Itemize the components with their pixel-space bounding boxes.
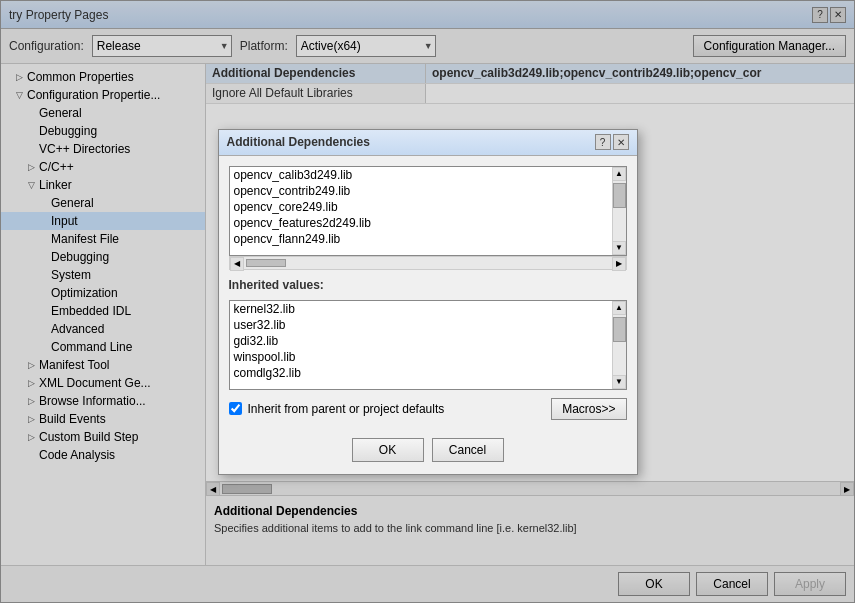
hscroll-thumb[interactable]: [246, 259, 286, 267]
list-item[interactable]: opencv_core249.lib: [230, 199, 612, 215]
list-item[interactable]: opencv_calib3d249.lib: [230, 167, 612, 183]
vsb-thumb[interactable]: [613, 183, 626, 208]
inherit-checkbox[interactable]: [229, 402, 242, 415]
modal-title-bar: Additional Dependencies ? ✕: [219, 130, 637, 156]
modal-content: opencv_calib3d249.lib opencv_contrib249.…: [219, 156, 637, 430]
list-item[interactable]: opencv_flann249.lib: [230, 231, 612, 247]
hscroll-right[interactable]: ▶: [612, 257, 626, 271]
inherit-checkbox-label: Inherit from parent or project defaults: [248, 402, 445, 416]
modal-ok-button[interactable]: OK: [352, 438, 424, 462]
libs-listbox[interactable]: opencv_calib3d249.lib opencv_contrib249.…: [229, 166, 627, 256]
list-item[interactable]: user32.lib: [230, 317, 612, 333]
vsb-thumb[interactable]: [613, 317, 626, 342]
modal-cancel-button[interactable]: Cancel: [432, 438, 504, 462]
modal-title-buttons: ? ✕: [595, 134, 629, 150]
inherited-listbox[interactable]: kernel32.lib user32.lib gdi32.lib winspo…: [229, 300, 627, 390]
vsb-down-arrow[interactable]: ▼: [612, 375, 626, 389]
modal-title: Additional Dependencies: [227, 135, 370, 149]
inherited-vscrollbar[interactable]: ▲ ▼: [612, 301, 626, 389]
inherited-label: Inherited values:: [229, 278, 627, 292]
vsb-down-arrow[interactable]: ▼: [612, 241, 626, 255]
hscroll-track: [244, 257, 612, 269]
libs-vscrollbar[interactable]: ▲ ▼: [612, 167, 626, 255]
modal-close-button[interactable]: ✕: [613, 134, 629, 150]
inherit-checkbox-row: Inherit from parent or project defaults …: [229, 398, 627, 420]
list-item[interactable]: opencv_contrib249.lib: [230, 183, 612, 199]
modal-footer: OK Cancel: [219, 430, 637, 474]
vsb-up-arrow[interactable]: ▲: [612, 167, 626, 181]
list-item[interactable]: gdi32.lib: [230, 333, 612, 349]
libs-listbox-inner: opencv_calib3d249.lib opencv_contrib249.…: [230, 167, 612, 255]
list-item[interactable]: opencv_features2d249.lib: [230, 215, 612, 231]
hscroll-left[interactable]: ◀: [230, 257, 244, 271]
modal-overlay: Additional Dependencies ? ✕ opencv_calib…: [0, 0, 855, 603]
vsb-up-arrow[interactable]: ▲: [612, 301, 626, 315]
macros-button[interactable]: Macros>>: [551, 398, 626, 420]
modal-help-button[interactable]: ?: [595, 134, 611, 150]
modal-dialog: Additional Dependencies ? ✕ opencv_calib…: [218, 129, 638, 475]
list-item[interactable]: comdlg32.lib: [230, 365, 612, 381]
list-item[interactable]: winspool.lib: [230, 349, 612, 365]
vsb-track: [613, 315, 626, 375]
list-item[interactable]: kernel32.lib: [230, 301, 612, 317]
libs-hscrollbar[interactable]: ◀ ▶: [229, 256, 627, 270]
inherited-listbox-inner: kernel32.lib user32.lib gdi32.lib winspo…: [230, 301, 612, 389]
vsb-track: [613, 181, 626, 241]
